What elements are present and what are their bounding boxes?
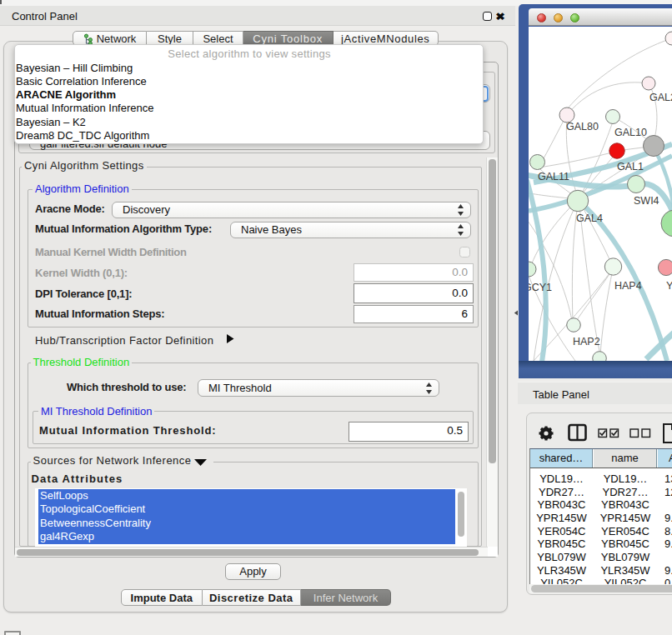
- svg-text:SWI4: SWI4: [634, 195, 659, 207]
- svg-text:GAL4: GAL4: [576, 212, 603, 224]
- svg-text:GAL10: GAL10: [614, 127, 647, 138]
- svg-text:GCY1: GCY1: [529, 282, 552, 293]
- svg-text:GAL80: GAL80: [566, 121, 599, 132]
- svg-text:HAP2: HAP2: [573, 336, 600, 348]
- svg-text:GAL2: GAL2: [649, 92, 672, 103]
- svg-text:HAP4: HAP4: [614, 280, 642, 292]
- svg-text:Y: Y: [666, 280, 672, 292]
- svg-text:GAL1: GAL1: [617, 161, 644, 172]
- svg-text:GAL11: GAL11: [538, 171, 569, 182]
